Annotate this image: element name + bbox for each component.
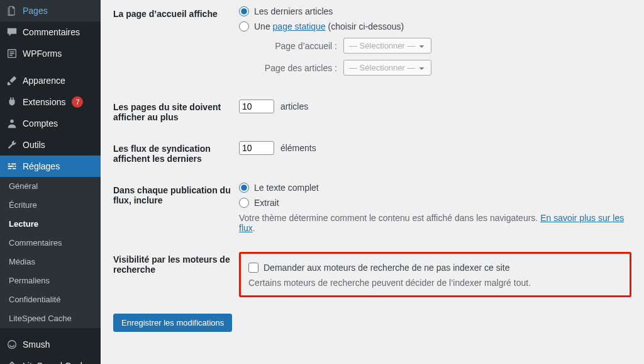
posts-page-select-label: Page des articles :	[262, 63, 337, 73]
radio-full-text-input[interactable]	[239, 183, 249, 193]
sidebar-item-label: Extensions	[23, 96, 65, 108]
radio-label: Le texte complet	[254, 183, 319, 193]
radio-label: Une page statique (choisir ci-dessous)	[254, 21, 404, 31]
sidebar-separator	[0, 329, 101, 333]
row-search-visibility: Visibilité par les moteurs de recherche …	[113, 246, 631, 310]
sidebar-item-settings[interactable]: Réglages	[0, 156, 101, 177]
radio-static-page-input[interactable]	[239, 21, 249, 31]
submenu-item-discussion[interactable]: Commentaires	[0, 234, 101, 253]
pages-icon	[6, 5, 18, 16]
smush-icon	[6, 339, 18, 350]
sidebar-item-label: Pages	[23, 5, 48, 16]
feed-items-input[interactable]	[239, 141, 274, 155]
posts-page-select[interactable]: — Sélectionner —	[343, 60, 431, 76]
feed-content-description: Votre thème détermine comment le contenu…	[239, 213, 631, 233]
static-page-link[interactable]: page statique	[273, 21, 326, 31]
sidebar-item-label: Apparence	[23, 75, 65, 86]
homepage-select[interactable]: — Sélectionner —	[343, 38, 431, 54]
row-posts-per-page: Les pages du site doivent afficher au pl…	[113, 93, 631, 135]
radio-full-text[interactable]: Le texte complet	[239, 183, 631, 193]
sidebar-item-label: Comptes	[23, 118, 58, 129]
checkbox-label: Demander aux moteurs de recherche de ne …	[264, 263, 509, 273]
homepage-select-label: Page d’accueil :	[262, 41, 337, 51]
radio-latest-posts[interactable]: Les derniers articles	[239, 6, 631, 16]
submenu-item-writing[interactable]: Écriture	[0, 196, 101, 215]
sidebar-item-label: WPForms	[23, 48, 62, 59]
sidebar-item-smush[interactable]: Smush	[0, 334, 101, 355]
search-visibility-highlight: Demander aux moteurs de recherche de ne …	[239, 252, 631, 297]
sidebar-item-label: Outils	[23, 139, 45, 151]
unit-label: éléments	[280, 143, 316, 153]
brush-icon	[6, 75, 18, 86]
sidebar-item-appearance[interactable]: Apparence	[0, 70, 101, 91]
submenu-item-media[interactable]: Médias	[0, 253, 101, 271]
radio-label: Les derniers articles	[254, 6, 333, 16]
save-button[interactable]: Enregistrer les modifications	[113, 314, 232, 332]
radio-label: Extrait	[254, 198, 279, 208]
sidebar-item-wpforms[interactable]: WPForms	[0, 43, 101, 64]
sidebar-item-users[interactable]: Comptes	[0, 113, 101, 134]
radio-excerpt-input[interactable]	[239, 198, 249, 208]
submenu-item-general[interactable]: Général	[0, 177, 101, 196]
submenu-item-reading[interactable]: Lecture	[0, 215, 101, 234]
sidebar-item-label: Commentaires	[23, 26, 80, 38]
wrench-icon	[6, 139, 18, 151]
submenu-item-litespeed[interactable]: LiteSpeed Cache	[0, 309, 101, 328]
user-icon	[6, 118, 18, 129]
svg-point-2	[8, 341, 16, 349]
row-label: Dans chaque publication du flux, inclure	[113, 183, 239, 233]
sidebar-item-pages[interactable]: Pages	[0, 0, 101, 21]
submenu-item-permalinks[interactable]: Permaliens	[0, 271, 101, 290]
posts-page-select-row: Page des articles : — Sélectionner —	[262, 60, 631, 76]
litespeed-icon	[6, 360, 18, 364]
sidebar-item-comments[interactable]: Commentaires	[0, 21, 101, 43]
sidebar-item-plugins[interactable]: Extensions 7	[0, 91, 101, 113]
plugin-icon	[6, 96, 18, 108]
homepage-select-row: Page d’accueil : — Sélectionner —	[262, 38, 631, 54]
wpforms-icon	[6, 48, 18, 59]
row-homepage-displays: La page d’accueil affiche Les derniers a…	[113, 0, 631, 93]
noindex-checkbox[interactable]	[248, 263, 258, 273]
svg-point-1	[10, 120, 13, 123]
row-label: Les pages du site doivent afficher au pl…	[113, 100, 239, 122]
sidebar-item-label: Smush	[23, 339, 50, 350]
noindex-checkbox-row[interactable]: Demander aux moteurs de recherche de ne …	[248, 263, 622, 273]
sidebar-separator	[0, 65, 101, 69]
sidebar-item-litespeed[interactable]: LiteSpeed Cache	[0, 355, 101, 364]
settings-reading-page: La page d’accueil affiche Les derniers a…	[101, 0, 644, 364]
row-feed-content: Dans chaque publication du flux, inclure…	[113, 176, 631, 246]
sidebar-item-label: LiteSpeed Cache	[23, 360, 90, 364]
sidebar-item-tools[interactable]: Outils	[0, 134, 101, 156]
row-label: Les flux de syndication affichent les de…	[113, 141, 239, 164]
posts-per-page-input[interactable]	[239, 100, 274, 113]
admin-sidebar: Pages Commentaires WPForms Apparence	[0, 0, 101, 364]
sidebar-item-label: Réglages	[23, 161, 60, 172]
radio-latest-posts-input[interactable]	[239, 6, 249, 16]
radio-static-page[interactable]: Une page statique (choisir ci-dessous)	[239, 21, 631, 31]
row-label: Visibilité par les moteurs de recherche	[113, 252, 239, 297]
settings-submenu: Général Écriture Lecture Commentaires Mé…	[0, 177, 101, 328]
row-feed-items: Les flux de syndication affichent les de…	[113, 135, 631, 176]
update-badge: 7	[72, 96, 83, 108]
sliders-icon	[6, 161, 18, 172]
submenu-item-privacy[interactable]: Confidentialité	[0, 290, 101, 309]
comment-icon	[6, 26, 18, 38]
radio-excerpt[interactable]: Extrait	[239, 198, 631, 208]
row-label: La page d’accueil affiche	[113, 6, 239, 81]
search-visibility-description: Certains moteurs de recherche peuvent dé…	[248, 278, 622, 288]
unit-label: articles	[280, 101, 308, 111]
